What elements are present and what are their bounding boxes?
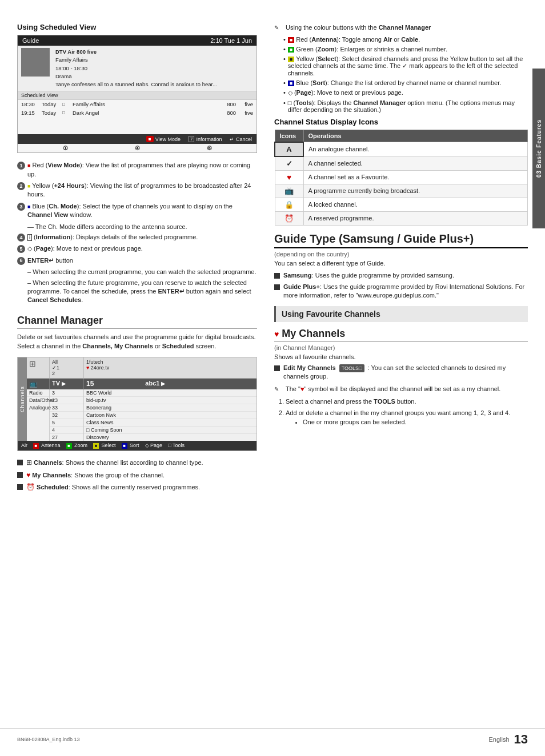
cm-col3-header: 1futech ♥ 24ore.tv: [84, 357, 257, 378]
channels-icon: ⊞: [29, 359, 36, 368]
cm-col1-header: ⊞: [27, 357, 50, 378]
cm-row-data: Data/Other: [27, 397, 49, 404]
guide-datetime: 2:10 Tue 1 Jun: [210, 37, 252, 44]
table-icon-clock: ⏰: [275, 211, 303, 225]
guide-show: Family Affairs: [55, 56, 217, 64]
cm-num-5: 5: [50, 419, 83, 427]
my-channels-title: ♥ My Channels: [274, 328, 528, 342]
table-icon-tv: 📺: [275, 184, 303, 198]
cm-num-4: 4: [50, 427, 83, 434]
cm-footer-sort: ■ Sort: [122, 443, 139, 449]
sq-samsung: [274, 273, 280, 279]
scheduled-item-1: 1 ■ Red (View Mode): View the list of pr…: [17, 161, 257, 179]
guide-type-title: Guide Type (Samsung / Guide Plus+): [274, 232, 528, 248]
guide-info-text: DTV Air 800 five Family Affairs 18:00 - …: [55, 48, 217, 89]
my-channels-label: My Channels: [282, 328, 345, 339]
cm-num-33: 33: [50, 404, 83, 412]
guide-footer-information: 7 Information: [189, 136, 222, 142]
sq-marker-3: [17, 484, 23, 490]
cb-red: • ■ Red (Antenna): Toggle among Air or C…: [283, 36, 528, 43]
green-sq-icon: ■: [288, 47, 294, 53]
gt-samsung: Samsung: Uses the guide programme by pro…: [274, 271, 528, 280]
cm-tv-label: TV ▶: [50, 379, 84, 389]
table-icon-heart: ♥: [275, 170, 303, 184]
sq-edit: [274, 365, 280, 371]
guide-genre: Drama: [55, 73, 217, 81]
marker-4: ④: [135, 145, 140, 151]
guide-title: Guide: [22, 37, 39, 44]
cm-box-inner: Channels ⊞ All ✓12 1fute: [18, 357, 257, 441]
guide-info-row: DTV Air 800 five Family Affairs 18:00 - …: [18, 46, 257, 91]
cm-tv-icon: 📺: [27, 379, 50, 389]
colour-buttons-intro: ✎ Using the colour buttons with the Chan…: [274, 23, 528, 33]
cm-footer: Air ■ Antenna ■ Zoom ■ Select ■ Sort ◇ P…: [18, 441, 257, 451]
table-icon-a: A: [275, 142, 303, 156]
table-row: A An analogue channel.: [275, 142, 528, 156]
my-channels-section: ♥ My Channels (in Channel Manager) Shows…: [274, 328, 528, 427]
scheduled-item-2: 2 ■ Yellow (+24 Hours): Viewing the list…: [17, 182, 257, 199]
sq-marker-2: [17, 472, 23, 478]
cm-col2-data: 3 23 33 32 5 4 27: [50, 389, 84, 441]
mc-heart-note: ✎ The "♥" symbol will be displayed and t…: [274, 384, 528, 394]
mc-step-2: Add or delete a channel in the my channe…: [286, 408, 528, 427]
using-favourite-section: Using Favourite Channels: [274, 306, 528, 322]
item-num-6: 6: [17, 257, 25, 265]
cm-bullet-scheduled: ⏰ Scheduled: Shows all the currently res…: [17, 482, 257, 492]
item-num-4: 4: [17, 234, 25, 242]
cm-num-32: 32: [50, 412, 83, 419]
pencil-icon: ✎: [274, 23, 283, 32]
heart-symbol: ♥: [300, 385, 304, 392]
cm-footer-page: ◇ Page: [145, 443, 163, 449]
cm-footer-zoom: ■ Zoom: [66, 443, 88, 449]
chapter-tab: 03 Basic Features: [532, 69, 545, 228]
cb-green: • ■ Green (Zoom): Enlarges or shrinks a …: [283, 46, 528, 53]
table-row: 📺 A programme currently being broadcast.: [275, 184, 528, 198]
cm-ch-class: Class News: [84, 419, 257, 427]
channel-manager-title: Channel Manager: [17, 315, 257, 329]
cb-yellow: • ■ Yellow (Select): Select desired chan…: [283, 55, 528, 77]
channel-manager-ui-box: Channels ⊞ All ✓12 1fute: [17, 357, 257, 451]
channel-status-title: Channel Status Display Icons: [274, 118, 528, 126]
table-icon-lock: 🔒: [275, 198, 303, 211]
scheduled-item-6: 6 ENTER↵ button: [17, 256, 257, 265]
cm-columns: ⊞ All ✓12 1futech ♥ 24ore.tv: [27, 357, 257, 441]
cm-side-label: Channels: [18, 357, 27, 441]
scheduled-icon: ⏰: [26, 483, 35, 491]
footer-right-group: English 13: [488, 732, 528, 747]
fav-section-title: Using Favourite Channels: [282, 309, 380, 319]
yellow-sq-icon: ■: [288, 57, 294, 62]
table-icon-check: ✓: [275, 156, 303, 171]
cm-footer-tools: □ Tools: [168, 443, 185, 449]
cm-ch-bbc: BBC World: [84, 389, 257, 397]
guide-row-1: 18:30 Today □ Family Affairs 800 five: [18, 100, 257, 108]
scheduled-item-6-sub2: – When selecting the future programme, y…: [27, 279, 257, 305]
guide-time: 18:00 - 18:30: [55, 65, 217, 73]
cb-page: • ◇ (Page): Move to next or previous pag…: [283, 89, 528, 96]
guide-type-desc: You can select a different type of Guide…: [274, 260, 528, 267]
my-channels-desc: Shows all favourite channels.: [274, 353, 528, 360]
cm-data-rows: Radio Data/Other Analogue 3 23 33 32 5 4: [27, 389, 257, 441]
my-channels-sub: (in Channel Manager): [274, 344, 528, 351]
mc-steps-list: Select a channel and press the TOOLS but…: [286, 397, 528, 427]
cm-row-radio: Radio: [27, 389, 49, 397]
table-desc-tv: A programme currently being broadcast.: [303, 184, 528, 198]
channel-status-table: Icons Operations A An analogue channel. …: [274, 130, 528, 226]
scheduled-item-4: 4 i (Information): Displays details of t…: [17, 233, 257, 242]
guide-box: Guide 2:10 Tue 1 Jun DTV Air 800 five Fa…: [17, 35, 257, 153]
table-desc-heart: A channel set as a Favourite.: [303, 170, 528, 184]
cm-tv-num: 15: [84, 379, 143, 389]
mc-step-1: Select a channel and press the TOOLS but…: [286, 397, 528, 407]
scheduled-item-5: 5 ◇ (Page): Move to next or previous pag…: [17, 244, 257, 253]
chapter-label: 03 Basic Features: [536, 119, 542, 178]
table-desc-lock: A locked channel.: [303, 198, 528, 211]
cm-col3-data: BBC World bid-up.tv Boonerang Cartoon Nw…: [84, 389, 257, 441]
cb-tools: • □ (Tools): Displays the Channel Manage…: [283, 99, 528, 113]
left-column: Using Scheduled View Guide 2:10 Tue 1 Ju…: [17, 23, 257, 495]
guide-footer-cancel: ↵ Cancel: [230, 136, 252, 142]
channels-list-icon: ⊞: [26, 459, 32, 467]
info-icon: 7: [189, 136, 194, 142]
guide-header: Guide 2:10 Tue 1 Jun: [18, 35, 257, 46]
guide-footer-view-mode: ■ View Mode: [146, 136, 181, 142]
page-footer: BN68-02808A_Eng.indb 13 English 13: [0, 728, 545, 750]
gt-guideplus: Guide Plus+: Uses the guide programme pr…: [274, 283, 528, 300]
